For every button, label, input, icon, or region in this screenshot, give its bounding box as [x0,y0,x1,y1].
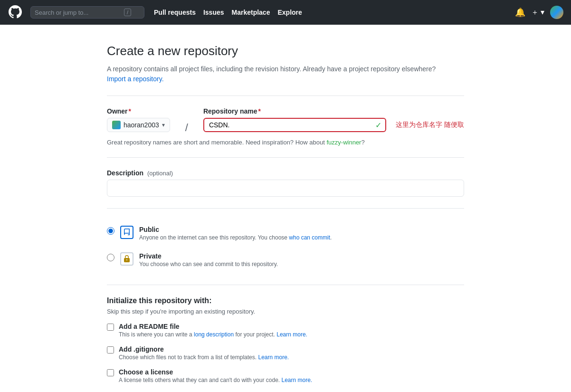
repo-name-input-wrap: ✓ [203,118,386,132]
public-repo-icon [120,226,133,239]
nav-explore[interactable]: Explore [277,9,302,16]
gitignore-label: Add .gitignore Choose which files not to… [119,345,289,361]
repo-name-label: Repository name* [203,107,464,115]
navbar: / Pull requests Issues Marketplace Explo… [0,0,571,25]
slash-kbd: / [124,9,131,16]
readme-learn-more-link[interactable]: Learn more. [276,331,307,338]
description-section: Description (optional) [107,169,464,197]
repo-name-annotation: 这里为仓库名字 随便取 [396,121,464,129]
gitignore-checkbox-item: Add .gitignore Choose which files not to… [107,345,464,361]
private-label: Private You choose who can see and commi… [139,252,278,268]
nav-issues[interactable]: Issues [203,9,224,16]
divider-4 [107,285,464,285]
visibility-section: Public Anyone on the internet can see th… [107,220,464,273]
checkmark-icon: ✓ [375,121,381,130]
import-link[interactable]: Import a repository. [107,75,164,83]
license-checkbox-item: Choose a license A license tells others … [107,368,464,383]
repo-name-field: Repository name* ✓ 这里为仓库名字 随便取 [203,107,464,132]
subtitle: A repository contains all project files,… [107,64,464,84]
navbar-right: 🔔 ＋ ▾ [515,6,563,19]
gitignore-checkbox[interactable] [107,346,114,354]
nav-marketplace[interactable]: Marketplace [232,9,270,16]
chevron-down-icon: ▾ [162,122,165,128]
search-bar[interactable]: / [30,6,144,19]
visibility-private-radio[interactable] [107,254,114,261]
readme-checkbox-item: Add a README file This is where you can … [107,323,464,338]
visibility-public-radio[interactable] [107,227,114,235]
divider-3 [107,208,464,209]
long-description-link[interactable]: long description [194,331,234,338]
main-content: Create a new repository A repository con… [0,25,571,392]
init-section: Initialize this repository with: Skip th… [107,296,464,383]
owner-avatar [112,121,121,129]
owner-repo-section: Owner* haoran2003 ▾ / Repository name* [107,107,464,146]
visibility-private-option: Private You choose who can see and commi… [107,247,464,273]
public-label: Public Anyone on the internet can see th… [139,226,332,241]
owner-select[interactable]: haoran2003 ▾ [107,118,170,132]
init-title: Initialize this repository with: [107,296,464,305]
owner-field: Owner* haoran2003 ▾ [107,107,170,132]
description-label: Description (optional) [107,169,464,177]
repo-name-hint: Great repository names are short and mem… [107,139,464,146]
divider-2 [107,157,464,158]
owner-label: Owner* [107,107,170,115]
private-repo-icon [120,252,133,266]
notifications-icon[interactable]: 🔔 [515,7,525,18]
page-title: Create a new repository [107,44,464,58]
github-logo[interactable] [8,4,23,21]
search-input[interactable] [35,9,120,16]
readme-checkbox[interactable] [107,324,114,331]
readme-label: Add a README file This is where you can … [119,323,307,338]
slash-separator: / [185,107,188,133]
plus-icon[interactable]: ＋ ▾ [531,8,544,18]
init-subtitle: Skip this step if you're importing an ex… [107,308,464,315]
who-can-commit-link[interactable]: who can commit [289,234,330,241]
main-nav: Pull requests Issues Marketplace Explore [154,9,302,16]
nav-pull-requests[interactable]: Pull requests [154,9,196,16]
license-checkbox[interactable] [107,369,114,376]
gitignore-learn-more-link[interactable]: Learn more. [258,354,289,361]
description-input[interactable] [107,180,464,197]
repo-name-input[interactable] [203,118,386,132]
avatar[interactable] [550,6,563,19]
license-label: Choose a license A license tells others … [119,368,312,383]
license-learn-more-link[interactable]: Learn more. [282,377,313,383]
suggestion-link[interactable]: fuzzy-winner [326,139,361,146]
divider-1 [107,96,464,96]
visibility-public-option: Public Anyone on the internet can see th… [107,220,464,247]
owner-name: haoran2003 [124,121,159,129]
